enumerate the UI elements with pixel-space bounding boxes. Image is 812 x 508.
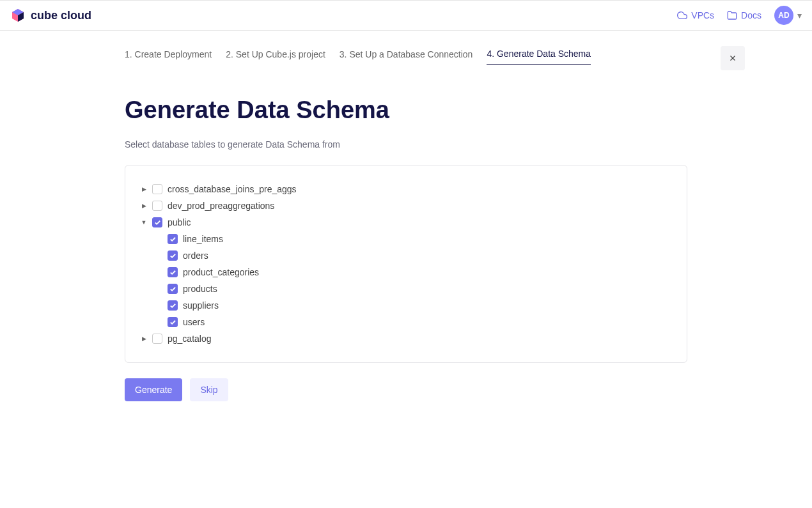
wizard-step-2[interactable]: 3. Set Up a Database Connection xyxy=(340,49,473,65)
table-label[interactable]: users xyxy=(183,317,205,327)
top-header: cube cloud VPCs Docs AD ▾ xyxy=(0,0,812,31)
schema-row[interactable]: ▶dev_prod_preaggregations xyxy=(141,197,671,214)
checkbox[interactable] xyxy=(152,201,162,211)
table-label[interactable]: suppliers xyxy=(183,300,219,311)
main-container: 1. Create Deployment2. Set Up Cube.js pr… xyxy=(109,31,703,401)
actions-bar: Generate Skip xyxy=(125,378,687,401)
checkbox[interactable] xyxy=(168,317,178,327)
table-row[interactable]: product_categories xyxy=(141,264,671,281)
logo[interactable]: cube cloud xyxy=(10,8,91,23)
table-row[interactable]: suppliers xyxy=(141,297,671,314)
checkbox[interactable] xyxy=(168,267,178,277)
wizard-step-1[interactable]: 2. Set Up Cube.js project xyxy=(226,49,325,65)
skip-button[interactable]: Skip xyxy=(190,378,228,401)
user-menu[interactable]: AD ▾ xyxy=(774,6,802,25)
docs-link[interactable]: Docs xyxy=(727,10,761,20)
page-title: Generate Data Schema xyxy=(125,96,687,124)
caret-down-icon: ▾ xyxy=(797,10,802,20)
table-row[interactable]: line_items xyxy=(141,231,671,247)
generate-button[interactable]: Generate xyxy=(125,378,182,401)
table-label[interactable]: products xyxy=(183,284,217,294)
avatar: AD xyxy=(774,6,793,25)
table-label[interactable]: orders xyxy=(183,250,208,261)
checkbox[interactable] xyxy=(152,217,162,227)
vpcs-link[interactable]: VPCs xyxy=(677,10,714,20)
schema-row[interactable]: ▼public xyxy=(141,214,671,231)
caret-down-icon[interactable]: ▼ xyxy=(141,219,147,226)
close-icon xyxy=(728,54,737,63)
close-button[interactable] xyxy=(721,46,745,70)
checkbox[interactable] xyxy=(152,334,162,344)
wizard-step-0[interactable]: 1. Create Deployment xyxy=(125,49,212,65)
caret-right-icon[interactable]: ▶ xyxy=(141,186,147,192)
table-row[interactable]: users xyxy=(141,314,671,330)
folder-icon xyxy=(727,10,737,20)
cube-logo-icon xyxy=(10,8,26,23)
schema-tree: ▶cross_database_joins_pre_aggs▶dev_prod_… xyxy=(125,165,687,363)
table-label[interactable]: line_items xyxy=(183,234,223,244)
schema-label[interactable]: public xyxy=(168,217,191,227)
caret-right-icon[interactable]: ▶ xyxy=(141,203,147,209)
schema-row[interactable]: ▶cross_database_joins_pre_aggs xyxy=(141,181,671,197)
header-right: VPCs Docs AD ▾ xyxy=(677,6,802,25)
checkbox[interactable] xyxy=(152,184,162,194)
vpcs-label: VPCs xyxy=(691,10,714,20)
wizard-steps: 1. Create Deployment2. Set Up Cube.js pr… xyxy=(125,31,687,76)
schema-row[interactable]: ▶pg_catalog xyxy=(141,330,671,347)
table-label[interactable]: product_categories xyxy=(183,267,259,277)
docs-label: Docs xyxy=(741,10,761,20)
table-row[interactable]: orders xyxy=(141,247,671,264)
checkbox[interactable] xyxy=(168,300,178,311)
wizard-step-3[interactable]: 4. Generate Data Schema xyxy=(487,49,591,65)
page-subtitle: Select database tables to generate Data … xyxy=(125,139,687,150)
logo-text: cube cloud xyxy=(31,9,91,22)
table-row[interactable]: products xyxy=(141,281,671,297)
checkbox[interactable] xyxy=(168,234,178,244)
schema-label[interactable]: dev_prod_preaggregations xyxy=(168,201,274,211)
checkbox[interactable] xyxy=(168,250,178,261)
cloud-icon xyxy=(677,10,687,20)
caret-right-icon[interactable]: ▶ xyxy=(141,335,147,342)
checkbox[interactable] xyxy=(168,284,178,294)
schema-label[interactable]: pg_catalog xyxy=(168,334,212,344)
schema-label[interactable]: cross_database_joins_pre_aggs xyxy=(168,184,297,194)
